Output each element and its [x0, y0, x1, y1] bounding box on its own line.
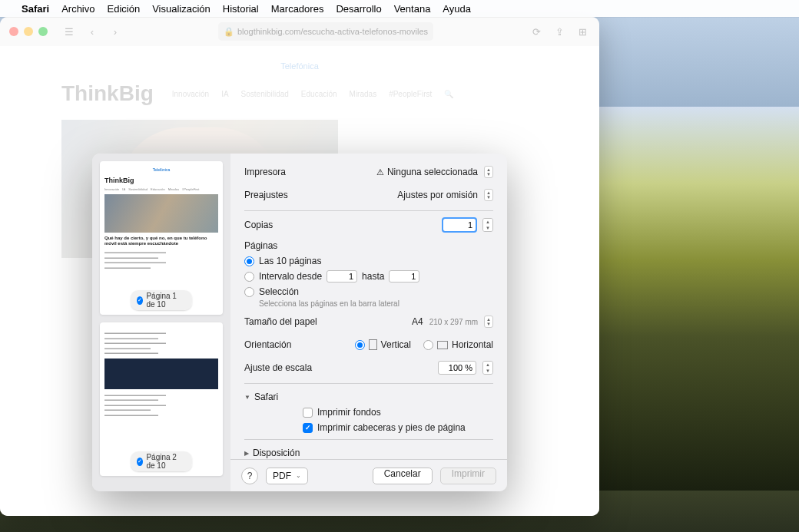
presets-label: Preajustes — [244, 190, 344, 200]
dialog-footer: ? PDF ⌄ Cancelar Imprimir — [230, 459, 507, 491]
menu-edicion[interactable]: Edición — [108, 3, 141, 15]
orientation-vertical-radio[interactable] — [355, 340, 365, 350]
mini-body-text: ▬▬▬▬▬▬▬▬▬▬▬▬▬▬▬▬▬▬▬▬▬▬▬▬▬▬▬▬▬▬▬▬▬▬▬▬▬▬▬▬… — [104, 249, 218, 269]
url-text: blogthinkbig.com/escucha-activa-telefono… — [237, 27, 428, 36]
layout-section-disclosure[interactable]: ▶ Disposición — [244, 448, 493, 458]
divider — [244, 383, 493, 384]
close-window-button[interactable] — [9, 27, 18, 36]
check-icon: ✓ — [137, 296, 143, 305]
cancel-button[interactable]: Cancelar — [373, 468, 433, 484]
updown-icon: ▲▼ — [484, 189, 493, 201]
pages-selection-label: Selección — [259, 286, 299, 297]
layout-section-label: Disposición — [253, 448, 300, 458]
menu-visualizacion[interactable]: Visualización — [152, 3, 211, 15]
safari-section-disclosure[interactable]: ▼ Safari — [244, 392, 493, 402]
menu-ventana[interactable]: Ventana — [394, 3, 431, 15]
printer-label: Impresora — [244, 167, 344, 177]
mini-article-title: Qué hay de cierto, y qué no, en que tu t… — [104, 236, 218, 246]
print-headers-checkbox[interactable] — [303, 423, 313, 433]
menu-ayuda[interactable]: Ayuda — [443, 3, 471, 15]
paper-size-dimensions: 210 x 297 mm — [429, 318, 478, 326]
pdf-menu-button[interactable]: PDF ⌄ — [266, 468, 308, 484]
chevron-down-icon: ▼ — [244, 394, 250, 401]
warning-icon: ⚠ — [376, 167, 384, 177]
print-button[interactable]: Imprimir — [440, 468, 496, 484]
print-headers-label: Imprimir cabeceras y pies de página — [317, 422, 466, 433]
safari-section-label: Safari — [254, 392, 278, 402]
range-to-label: hasta — [362, 271, 384, 282]
print-backgrounds-checkbox[interactable] — [303, 408, 313, 418]
orientation-vertical-label: Vertical — [381, 339, 411, 350]
reload-icon[interactable]: ⟳ — [529, 24, 544, 39]
sidebar-icon[interactable]: ☰ — [61, 24, 77, 39]
page-1-badge: ✓ Página 1 de 10 — [131, 290, 192, 310]
help-button[interactable]: ? — [241, 468, 258, 484]
print-settings-panel: Impresora ⚠ Ninguna seleccionada ▲▼ Prea… — [230, 154, 507, 491]
chevron-right-icon: ▶ — [244, 450, 249, 457]
copies-label: Copias — [244, 220, 344, 230]
range-from-input[interactable] — [327, 270, 357, 283]
pages-label: Páginas — [244, 240, 493, 251]
pages-range-radio[interactable] — [244, 272, 254, 282]
pages-all-radio[interactable] — [244, 256, 254, 266]
scale-input[interactable] — [438, 361, 476, 375]
menu-archivo[interactable]: Archivo — [61, 3, 94, 15]
mini-dark-band — [104, 359, 218, 389]
updown-icon: ▲▼ — [484, 316, 493, 328]
printer-select[interactable]: ⚠ Ninguna seleccionada ▲▼ — [376, 166, 493, 178]
page-1-label: Página 1 de 10 — [146, 292, 186, 309]
macos-menubar: Safari Archivo Edición Visualización His… — [0, 0, 799, 17]
scale-label: Ajuste de escala — [244, 362, 344, 373]
maximize-window-button[interactable] — [38, 27, 48, 36]
share-icon[interactable]: ⇪ — [552, 24, 567, 39]
page-2-label: Página 2 de 10 — [146, 453, 186, 470]
divider — [244, 439, 493, 440]
pages-selection-radio[interactable] — [244, 287, 254, 297]
window-controls[interactable] — [9, 27, 48, 36]
menu-marcadores[interactable]: Marcadores — [271, 3, 324, 15]
pages-all-label: Las 10 páginas — [259, 256, 321, 266]
menu-desarrollo[interactable]: Desarrollo — [336, 3, 381, 15]
pages-range-label: Intervalo desde — [259, 271, 322, 282]
portrait-icon — [369, 339, 377, 350]
mini-nav: InnovaciónIASostenibilidadEducaciónMirad… — [104, 187, 218, 191]
scale-stepper[interactable]: ▲▼ — [482, 361, 493, 375]
range-to-input[interactable] — [389, 270, 419, 283]
presets-select[interactable]: Ajustes por omisión ▲▼ — [397, 189, 493, 201]
check-icon: ✓ — [137, 458, 143, 466]
mini-body-text-2b: ▬▬▬▬▬▬▬▬▬▬▬▬▬▬▬▬▬▬▬▬▬▬▬▬▬▬▬▬▬▬▬▬▬▬▬▬▬▬▬▬… — [104, 392, 218, 418]
presets-value: Ajustes por omisión — [397, 190, 478, 200]
safari-toolbar: ☰ ‹ › 🔒 blogthinkbig.com/escucha-activa-… — [0, 17, 599, 46]
wallpaper-mountain — [569, 107, 799, 491]
forward-icon[interactable]: › — [108, 24, 123, 39]
print-backgrounds-label: Imprimir fondos — [317, 407, 381, 418]
mini-brand: Telefónica — [104, 166, 218, 173]
chevron-down-icon: ⌄ — [296, 472, 301, 479]
updown-icon: ▲▼ — [484, 166, 493, 178]
copies-stepper[interactable]: ▲▼ — [482, 218, 493, 232]
orientation-horizontal-radio[interactable] — [423, 340, 433, 350]
pdf-label: PDF — [273, 471, 291, 481]
print-dialog: Telefónica ThinkBig InnovaciónIASostenib… — [92, 154, 507, 491]
address-bar[interactable]: 🔒 blogthinkbig.com/escucha-activa-telefo… — [218, 22, 433, 41]
copies-input[interactable] — [443, 218, 476, 232]
minimize-window-button[interactable] — [24, 27, 33, 36]
printer-value: Ninguna seleccionada — [387, 167, 478, 177]
pages-selection-help: Selecciona las páginas en la barra later… — [259, 299, 493, 308]
preview-page-1[interactable]: Telefónica ThinkBig InnovaciónIASostenib… — [100, 161, 223, 315]
lock-icon: 🔒 — [224, 27, 234, 37]
menu-historial[interactable]: Historial — [223, 3, 259, 15]
orientation-label: Orientación — [244, 339, 344, 350]
paper-size-value: A4 — [412, 316, 423, 327]
preview-page-2[interactable]: ▬▬▬▬▬▬▬▬▬▬▬▬▬▬▬▬▬▬▬▬▬▬▬▬▬▬▬▬▬▬▬▬▬▬▬▬▬▬▬▬… — [100, 322, 223, 476]
app-menu[interactable]: Safari — [22, 3, 49, 15]
page-2-badge: ✓ Página 2 de 10 — [131, 451, 192, 471]
back-icon[interactable]: ‹ — [85, 24, 100, 39]
landscape-icon — [437, 341, 448, 349]
divider — [244, 210, 493, 211]
tabs-icon[interactable]: ⊞ — [575, 24, 590, 39]
print-preview-sidebar[interactable]: Telefónica ThinkBig InnovaciónIASostenib… — [92, 154, 230, 491]
mini-logo: ThinkBig — [104, 177, 218, 184]
paper-size-select[interactable]: A4 210 x 297 mm ▲▼ — [412, 316, 493, 328]
paper-size-label: Tamaño del papel — [244, 316, 344, 327]
